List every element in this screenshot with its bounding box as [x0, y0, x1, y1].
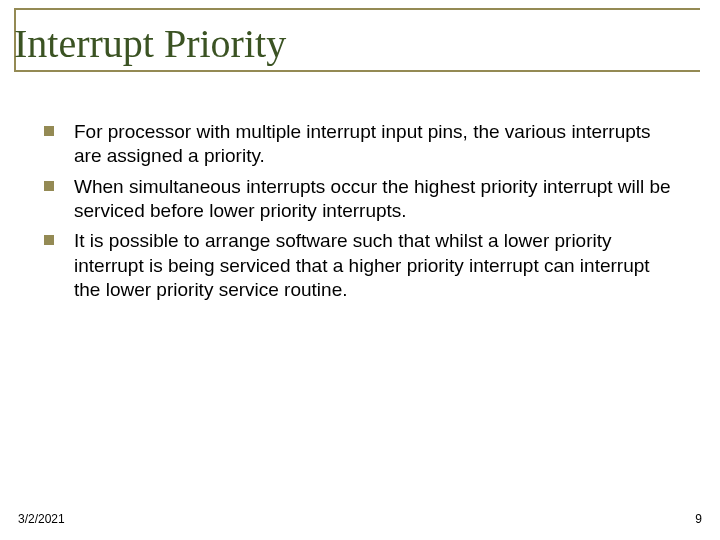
footer-date: 3/2/2021	[18, 512, 65, 526]
bullet-list: For processor with multiple interrupt in…	[44, 120, 676, 302]
square-bullet-icon	[44, 235, 54, 245]
bullet-text: For processor with multiple interrupt in…	[74, 121, 651, 166]
footer: 3/2/2021 9	[18, 512, 702, 526]
title-underline	[14, 70, 700, 72]
list-item: It is possible to arrange software such …	[44, 229, 676, 302]
title-block: Interrupt Priority	[14, 8, 700, 79]
bullet-text: When simultaneous interrupts occur the h…	[74, 176, 671, 221]
list-item: When simultaneous interrupts occur the h…	[44, 175, 676, 224]
footer-page-number: 9	[695, 512, 702, 526]
bullet-text: It is possible to arrange software such …	[74, 230, 650, 300]
content-area: For processor with multiple interrupt in…	[44, 120, 676, 308]
square-bullet-icon	[44, 126, 54, 136]
slide: Interrupt Priority For processor with mu…	[0, 0, 720, 540]
square-bullet-icon	[44, 181, 54, 191]
list-item: For processor with multiple interrupt in…	[44, 120, 676, 169]
